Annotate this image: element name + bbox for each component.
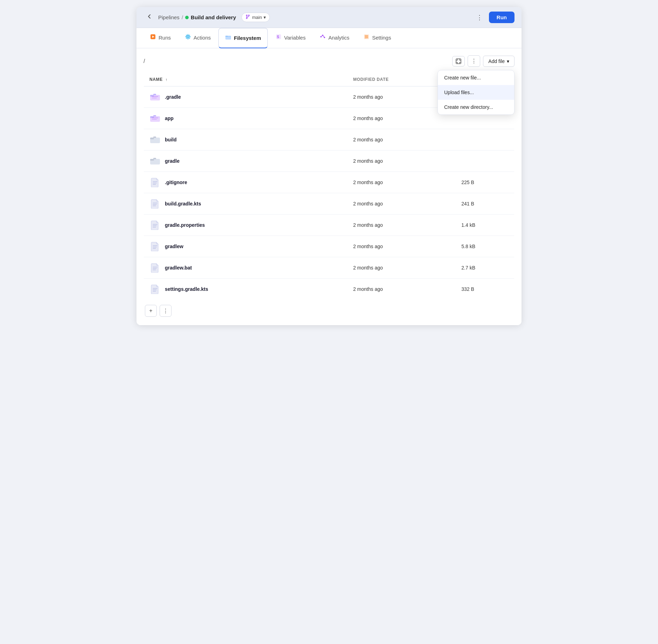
file-name[interactable]: .gitignore — [149, 177, 342, 188]
file-icon — [149, 284, 161, 295]
tab-analytics[interactable]: Analytics — [313, 28, 356, 48]
file-name[interactable]: gradlew — [149, 241, 342, 252]
main-content: / ⋮ Add file ▾ Create new file... Upload… — [136, 48, 522, 325]
tab-actions[interactable]: Actions — [178, 28, 217, 48]
folder-plain-icon — [149, 134, 161, 145]
sort-arrow: ↑ — [166, 77, 168, 82]
more-options-button[interactable]: ⋮ — [468, 55, 480, 67]
branch-name: main — [252, 15, 262, 20]
svg-rect-33 — [150, 138, 154, 139]
file-name[interactable]: gradle — [149, 155, 342, 167]
file-name[interactable]: build.gradle.kts — [149, 198, 342, 209]
status-dot — [185, 16, 189, 19]
toolbar-actions: ⋮ Add file ▾ Create new file... Upload f… — [452, 55, 514, 67]
header-more-button[interactable]: ⋮ — [474, 12, 485, 23]
svg-rect-34 — [153, 136, 156, 138]
modified-date: 2 months ago — [348, 257, 456, 279]
file-size — [456, 150, 514, 172]
folder-icon — [225, 34, 231, 42]
table-row[interactable]: settings.gradle.kts 2 months ago 332 B — [144, 279, 514, 300]
file-icon — [149, 219, 161, 231]
play-icon — [150, 34, 156, 42]
file-icon — [149, 177, 161, 188]
tab-filesystem[interactable]: Filesystem — [218, 28, 268, 48]
bottom-bar: + ⋮ — [144, 300, 514, 318]
tab-actions-label: Actions — [194, 35, 211, 41]
svg-rect-30 — [152, 118, 158, 118]
svg-point-18 — [365, 35, 366, 36]
expand-button[interactable] — [452, 56, 465, 66]
file-size: 2.7 kB — [456, 257, 514, 279]
modified-date: 2 months ago — [348, 236, 456, 257]
file-name[interactable]: build — [149, 134, 342, 145]
modified-date: 2 months ago — [348, 215, 456, 236]
svg-point-1 — [248, 15, 250, 16]
back-button[interactable] — [144, 12, 155, 23]
table-row[interactable]: gradle.properties 2 months ago 1.4 kB — [144, 215, 514, 236]
svg-point-20 — [365, 37, 366, 38]
file-name[interactable]: app — [149, 113, 342, 124]
file-icon — [149, 241, 161, 252]
svg-point-2 — [246, 18, 247, 19]
file-size: 1.4 kB — [456, 215, 514, 236]
table-row[interactable]: gradlew.bat 2 months ago 2.7 kB — [144, 257, 514, 279]
tabs: Runs Actions File — [136, 28, 522, 48]
tab-runs-label: Runs — [159, 35, 171, 41]
dropdown-create-file[interactable]: Create new file... — [438, 70, 514, 85]
svg-rect-25 — [152, 96, 158, 97]
add-row-button[interactable]: + — [145, 305, 157, 317]
table-row[interactable]: build 2 months ago — [144, 129, 514, 150]
table-row[interactable]: .gitignore 2 months ago 225 B — [144, 172, 514, 193]
svg-rect-31 — [152, 119, 157, 120]
variables-icon: S — [275, 34, 282, 42]
file-name[interactable]: gradlew.bat — [149, 262, 342, 273]
dropdown-create-dir[interactable]: Create new directory... — [438, 100, 514, 114]
folder-purple-icon — [149, 113, 161, 124]
analytics-icon — [320, 34, 326, 42]
modified-date: 2 months ago — [348, 150, 456, 172]
svg-rect-21 — [456, 59, 461, 64]
tab-settings-label: Settings — [372, 35, 391, 41]
svg-rect-36 — [150, 159, 154, 161]
table-row[interactable]: gradlew 2 months ago 5.8 kB — [144, 236, 514, 257]
svg-text:S: S — [277, 35, 279, 39]
branch-badge[interactable]: main ▾ — [241, 13, 270, 22]
run-button[interactable]: Run — [489, 12, 514, 23]
gear-icon — [185, 34, 191, 42]
file-name[interactable]: .gradle — [149, 91, 342, 103]
svg-rect-26 — [152, 98, 157, 98]
file-size: 225 B — [456, 172, 514, 193]
dropdown-upload-files[interactable]: Upload files... — [438, 85, 514, 100]
breadcrumb-current: Build and delivery — [191, 14, 236, 20]
add-file-dropdown: Create new file... Upload files... Creat… — [438, 70, 514, 115]
table-row[interactable]: gradle 2 months ago — [144, 150, 514, 172]
breadcrumb-sep: / — [182, 14, 183, 20]
svg-rect-24 — [153, 94, 156, 95]
add-file-button[interactable]: Add file ▾ — [483, 56, 514, 67]
modified-date: 2 months ago — [348, 279, 456, 300]
table-row[interactable]: build.gradle.kts 2 months ago 241 B — [144, 193, 514, 215]
svg-point-0 — [246, 15, 247, 16]
breadcrumb-pipelines[interactable]: Pipelines — [158, 14, 180, 20]
tab-analytics-label: Analytics — [328, 35, 349, 41]
tab-runs[interactable]: Runs — [144, 28, 177, 48]
file-size: 5.8 kB — [456, 236, 514, 257]
file-size: 332 B — [456, 279, 514, 300]
file-size — [456, 129, 514, 150]
add-file-chevron: ▾ — [507, 58, 509, 64]
modified-date: 2 months ago — [348, 193, 456, 215]
toolbar: / ⋮ Add file ▾ Create new file... Upload… — [144, 55, 514, 67]
file-name[interactable]: settings.gradle.kts — [149, 284, 342, 295]
file-size: 241 B — [456, 193, 514, 215]
svg-point-6 — [188, 36, 189, 37]
folder-purple-icon — [149, 91, 161, 103]
svg-rect-29 — [153, 115, 156, 117]
tab-settings[interactable]: Settings — [357, 28, 397, 48]
col-name[interactable]: NAME ↑ — [144, 73, 348, 86]
file-name[interactable]: gradle.properties — [149, 219, 342, 231]
file-icon — [149, 262, 161, 273]
current-path: / — [144, 58, 145, 64]
file-icon — [149, 198, 161, 209]
bottom-more-button[interactable]: ⋮ — [160, 305, 172, 317]
tab-variables[interactable]: S Variables — [269, 28, 312, 48]
